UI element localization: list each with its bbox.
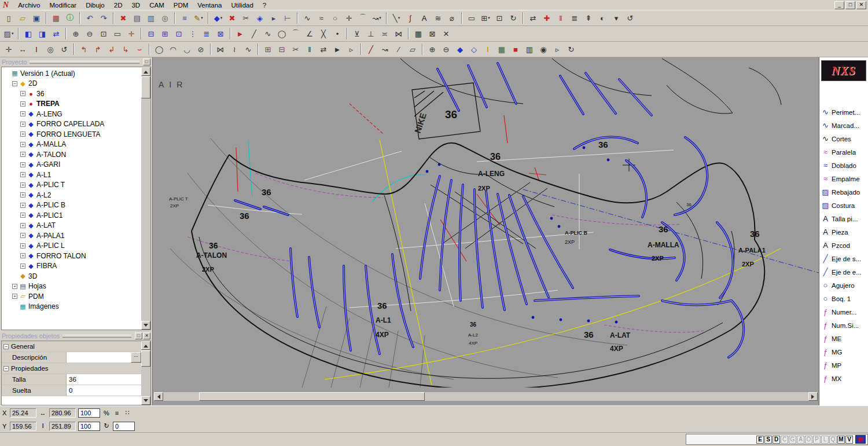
scroll-down-button[interactable]	[141, 396, 150, 405]
move-icon[interactable]: ✛	[2, 43, 16, 56]
properties-panel-restore-button[interactable]: □	[135, 332, 142, 339]
ruler-icon[interactable]: ▭	[111, 27, 124, 41]
width-field[interactable]: 280.96	[49, 408, 76, 418]
circle-tool-icon[interactable]: ○	[328, 12, 342, 25]
delete-icon[interactable]: ✖	[116, 12, 130, 25]
table-icon[interactable]: ▦	[411, 27, 425, 41]
tool-cortes[interactable]: ∿Cortes	[819, 132, 868, 145]
scroll-down-button[interactable]	[141, 321, 150, 330]
modules-icon[interactable]: ▦	[49, 12, 63, 25]
tool-mp[interactable]: ƒMP	[819, 359, 868, 372]
mirror-icon[interactable]: ⋈	[392, 27, 406, 41]
save-icon[interactable]: ▣	[30, 12, 43, 25]
list-icon[interactable]: ≡	[113, 410, 121, 416]
open-file-icon[interactable]: ▱	[16, 12, 30, 25]
tree-item-a-lat[interactable]: +◆A-LAT	[3, 221, 141, 231]
tree-scrollbar[interactable]	[141, 67, 150, 330]
tool-pzcod[interactable]: APzcod	[819, 239, 868, 252]
tree-item-36[interactable]: +●36	[3, 89, 141, 99]
snap-grid-icon[interactable]: ∷	[123, 409, 131, 416]
tree-item-versi-n-1-actual[interactable]: ▦Versión 1 (Actual)	[3, 68, 141, 79]
scissors-icon[interactable]: ✂	[289, 43, 303, 56]
zoom2-out-icon[interactable]: ⊖	[439, 43, 453, 56]
redo-icon[interactable]: ↷	[97, 12, 111, 25]
mode-flag-m[interactable]: M	[837, 436, 845, 444]
draw-angle-icon[interactable]: ∠	[303, 27, 317, 41]
tool-me[interactable]: ƒME	[819, 332, 868, 345]
tree-expander[interactable]: +	[20, 122, 25, 127]
tree-item-a-plic-b[interactable]: +◆A-PLIC B	[3, 200, 141, 211]
stack-icon[interactable]: ≣	[200, 27, 214, 41]
target-icon[interactable]: ◎	[43, 43, 57, 56]
tree-item-forro-capellada[interactable]: +◆FORRO CAPELLADA	[3, 119, 141, 130]
mode-flag-d[interactable]: D	[773, 436, 780, 444]
height-field[interactable]: 251.89	[49, 422, 76, 431]
arc-down-icon[interactable]: ◡	[180, 43, 194, 56]
minimize-button[interactable]: _	[834, 1, 844, 9]
diameter-tool-icon[interactable]: ⌀	[445, 12, 459, 25]
tree-expander[interactable]: +	[12, 284, 17, 289]
group-icon[interactable]: ⊠	[214, 27, 227, 41]
mode-flag-g[interactable]: G	[789, 436, 796, 444]
tee-icon[interactable]: Ⅰ	[481, 43, 495, 56]
swap-sides-icon[interactable]: ⇄	[49, 27, 63, 41]
tree-expander[interactable]: +	[20, 162, 25, 167]
tree-expander[interactable]: +	[20, 223, 25, 228]
close-tool-icon[interactable]: ⊠	[425, 27, 439, 41]
fill-style-icon[interactable]: ▨▾	[2, 27, 16, 41]
pan-icon[interactable]: ↔	[16, 43, 30, 56]
align-left-icon[interactable]: ⊟	[144, 27, 158, 41]
draw-arc-icon[interactable]: ⌒	[289, 27, 303, 41]
tree-item-a-gari[interactable]: +◆A-GARI	[3, 160, 141, 170]
rect-tool-icon[interactable]: ▭	[465, 12, 479, 25]
tree-expander[interactable]: +	[20, 91, 25, 96]
flip-horizontal-icon[interactable]: ◧	[21, 27, 35, 41]
menu-item-utilidad[interactable]: Utilidad	[227, 1, 258, 9]
tree-item-a-pala1[interactable]: +◆A-PALA1	[3, 231, 141, 241]
tree-expander[interactable]: +	[20, 101, 25, 107]
draw-circle-icon[interactable]: ◯	[275, 27, 289, 41]
tree-expander[interactable]: +	[20, 152, 25, 157]
ellipse-icon[interactable]: ◯	[152, 43, 166, 56]
tilde-icon[interactable]: ∿	[241, 43, 255, 56]
tool-paralela[interactable]: ≈Paralela	[819, 145, 868, 159]
rotate-tool-icon[interactable]: ↻	[506, 12, 520, 25]
section-collapse-button[interactable]: −	[3, 344, 9, 349]
mode-flag-s[interactable]: S	[764, 436, 772, 444]
menu-item-cam[interactable]: CAM	[145, 1, 169, 9]
tree-item-hojas[interactable]: +▤Hojas	[3, 282, 141, 292]
section-collapse-button[interactable]: −	[3, 366, 9, 371]
new-file-icon[interactable]: ▯	[2, 12, 16, 25]
notch-icon[interactable]: ⊻	[350, 27, 364, 41]
add-red-icon[interactable]: ✚	[540, 12, 554, 25]
tree-item-a-talon[interactable]: +◆A-TALON	[3, 149, 141, 160]
tool-rebajado[interactable]: ▨Rebajado	[819, 185, 868, 199]
draw-point-icon[interactable]: •	[330, 27, 344, 41]
draw-curve-icon[interactable]: ∿	[261, 27, 275, 41]
canvas-viewport[interactable]: AIRNIKE3636A-LENG2XP36363636A-TALON2XPA-…	[153, 57, 819, 405]
bars-red-icon[interactable]: ‖	[554, 12, 568, 25]
dot-circle-icon[interactable]: ◉	[536, 43, 550, 56]
tree-item-a-leng[interactable]: +◆A-LENG	[3, 109, 141, 119]
next-icon[interactable]: ▹	[344, 43, 358, 56]
tool-mg[interactable]: ƒMG	[819, 345, 868, 359]
tree-expander[interactable]: −	[12, 81, 17, 86]
tree-expander[interactable]: +	[20, 111, 25, 116]
exchange-icon[interactable]: ⇄	[317, 43, 330, 56]
menu-item-3d[interactable]: 3D	[127, 1, 145, 9]
tree-expander[interactable]: +	[20, 192, 25, 198]
align-right-icon[interactable]: ⊡	[172, 27, 186, 41]
reset-icon[interactable]: ↺	[623, 12, 637, 25]
mode-flag-l[interactable]: L	[821, 436, 829, 444]
mode-flag-o[interactable]: O	[805, 436, 812, 444]
copy-piece-icon[interactable]: ⊞	[261, 43, 275, 56]
properties-scrollbar[interactable]	[141, 341, 150, 405]
canvas-horizontal-scrollbar[interactable]	[154, 392, 818, 401]
bend-1-icon[interactable]: ↰	[77, 43, 91, 56]
tree-expander[interactable]: +	[20, 131, 25, 137]
freehand-tool-icon[interactable]: ∫	[403, 12, 417, 25]
tree-item-a-l1[interactable]: +◆A-L1	[3, 170, 141, 180]
tool-mx[interactable]: ƒMX	[819, 372, 868, 385]
info-icon[interactable]: ⓘ	[63, 12, 77, 25]
project-panel-restore-button[interactable]: □	[143, 59, 150, 65]
